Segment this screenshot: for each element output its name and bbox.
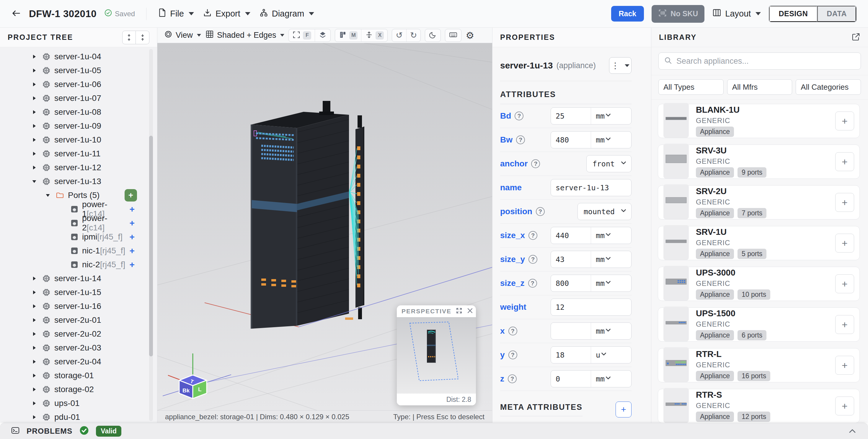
tree-item-storage-01[interactable]: storage-01	[0, 369, 157, 382]
chevron-collapsed-icon[interactable]	[31, 303, 38, 309]
add-appliance-button[interactable]: +	[835, 234, 854, 252]
add-appliance-button[interactable]: +	[835, 397, 854, 415]
tree-item-server-1u-08[interactable]: server-1u-08	[0, 105, 157, 119]
export-menu[interactable]: Export	[203, 8, 250, 20]
perspective-view[interactable]	[397, 317, 476, 394]
tree-item-server-1u-11[interactable]: server-1u-11	[0, 147, 157, 161]
tab-data[interactable]: DATA	[817, 6, 856, 22]
tree-item-server-1u-07[interactable]: server-1u-07	[0, 91, 157, 105]
viewport-settings-button[interactable]: ⚙	[466, 31, 474, 40]
help-icon[interactable]: ?	[508, 374, 517, 383]
prop-select-anchor[interactable]: front	[586, 155, 631, 172]
chevron-collapsed-icon[interactable]	[31, 151, 38, 157]
frame-selection-button[interactable]: F	[289, 29, 315, 42]
prop-unit-z[interactable]: mm	[591, 371, 631, 387]
help-icon[interactable]: ?	[528, 231, 537, 240]
tree-port-ipmi[interactable]: ipmi[rj45_f] +	[0, 230, 157, 244]
tree-port-power-2[interactable]: power-2[c14] +	[0, 216, 157, 230]
help-icon[interactable]: ?	[508, 350, 517, 359]
chevron-collapsed-icon[interactable]	[31, 386, 38, 393]
chevron-collapsed-icon[interactable]	[31, 123, 38, 129]
tree-port-power-1[interactable]: power-1[c14] +	[0, 202, 157, 216]
tree-item-server-2u-04[interactable]: server-2u-04	[0, 354, 157, 369]
help-icon[interactable]: ?	[528, 279, 537, 288]
rotate-ccw-button[interactable]: ↺	[392, 29, 406, 42]
prop-unit-size_x[interactable]: mm	[591, 227, 631, 244]
measure-button[interactable]: M	[335, 29, 361, 42]
axis-constrain-button[interactable]: X	[361, 29, 388, 42]
chevron-collapsed-icon[interactable]	[31, 95, 38, 101]
prop-value-y[interactable]: 18	[551, 347, 591, 363]
help-icon[interactable]: ?	[516, 135, 525, 144]
prop-value-z[interactable]: 0	[551, 371, 591, 387]
tree-item-server-2u-03[interactable]: server-2u-03	[0, 341, 157, 354]
add-appliance-button[interactable]: +	[835, 315, 854, 334]
dark-mode-button[interactable]	[425, 29, 440, 42]
chevron-collapsed-icon[interactable]	[31, 54, 38, 60]
prop-input-weight[interactable]: 12	[551, 299, 631, 316]
tree-item-server-1u-15[interactable]: server-1u-15	[0, 285, 157, 299]
rack-button[interactable]: Rack	[611, 6, 644, 22]
diagram-menu[interactable]: Diagram	[259, 8, 314, 20]
chevron-collapsed-icon[interactable]	[31, 331, 38, 337]
prop-value-Bd[interactable]: 25	[551, 108, 591, 124]
library-card-srv-2u[interactable]: SRV-2U GENERIC Appliance7 ports +	[658, 185, 860, 220]
filter-all-mfrs[interactable]: All Mfrs	[727, 79, 793, 95]
layout-menu-button[interactable]: Layout	[712, 8, 761, 20]
prop-value-size_z[interactable]: 800	[551, 275, 591, 292]
help-icon[interactable]: ?	[531, 159, 540, 168]
tree-item-ups-01[interactable]: ups-01	[0, 396, 157, 410]
tree-item-server-1u-06[interactable]: server-1u-06	[0, 77, 157, 91]
chevron-collapsed-icon[interactable]	[31, 165, 38, 171]
chevron-collapsed-icon[interactable]	[31, 317, 38, 323]
library-card-srv-3u[interactable]: SRV-3U GENERIC Appliance9 ports +	[658, 144, 860, 179]
library-card-ups-3000[interactable]: UPS-3000 GENERIC Appliance10 ports +	[658, 267, 860, 301]
tree-item-server-1u-12[interactable]: server-1u-12	[0, 161, 157, 174]
prop-value-Bw[interactable]: 480	[551, 132, 591, 148]
library-card-srv-1u[interactable]: SRV-1U GENERIC Appliance5 ports +	[658, 226, 860, 260]
library-card-rtr-s[interactable]: RTR-S GENERIC Appliance12 ports +	[658, 389, 860, 423]
filter-all-types[interactable]: All Types	[658, 79, 724, 95]
chevron-up-icon[interactable]	[847, 426, 857, 436]
help-icon[interactable]: ?	[508, 327, 517, 335]
library-card-rtr-l[interactable]: RTR-L GENERIC Appliance16 ports +	[658, 348, 860, 382]
expand-icon[interactable]	[456, 307, 463, 315]
prop-select-position[interactable]: mounted	[578, 203, 631, 220]
chevron-collapsed-icon[interactable]	[31, 137, 38, 143]
add-appliance-button[interactable]: +	[835, 274, 854, 293]
tree-item-server-1u-13[interactable]: server-1u-13	[0, 174, 157, 188]
chevron-collapsed-icon[interactable]	[31, 400, 38, 406]
viewport-3d[interactable]: View Shaded + Edges F	[157, 28, 492, 423]
chevron-collapsed-icon[interactable]	[31, 276, 38, 281]
view-menu[interactable]: View	[164, 30, 201, 41]
back-button[interactable]	[11, 8, 21, 19]
no-sku-button[interactable]: No SKU	[652, 5, 705, 23]
tree-item-storage-02[interactable]: storage-02	[0, 382, 157, 396]
library-card-blank-1u[interactable]: BLANK-1U GENERIC Appliance +	[658, 104, 860, 138]
tab-design[interactable]: DESIGN	[769, 6, 817, 22]
prop-unit-y[interactable]: u	[591, 347, 631, 363]
help-icon[interactable]: ?	[528, 255, 537, 264]
tree-scrollbar-thumb[interactable]	[149, 136, 153, 357]
prop-unit-Bw[interactable]: mm	[591, 132, 631, 148]
add-appliance-button[interactable]: +	[835, 356, 854, 375]
add-appliance-button[interactable]: +	[835, 111, 854, 130]
chevron-collapsed-icon[interactable]	[31, 359, 38, 365]
chevron-collapsed-icon[interactable]	[31, 81, 38, 87]
search-input[interactable]	[676, 57, 855, 66]
tree-port-nic-1[interactable]: nic-1[rj45_f] +	[0, 244, 157, 258]
shading-menu[interactable]: Shaded + Edges	[205, 30, 284, 41]
shortcuts-button[interactable]	[445, 29, 461, 42]
chevron-collapsed-icon[interactable]	[31, 414, 38, 420]
file-menu[interactable]: File	[158, 8, 194, 20]
tree-item-server-2u-01[interactable]: server-2u-01	[0, 313, 157, 327]
close-icon[interactable]	[467, 307, 473, 315]
chevron-expanded-icon[interactable]	[31, 178, 38, 184]
add-meta-attribute-button[interactable]: +	[616, 402, 631, 417]
prop-unit-size_z[interactable]: mm	[591, 275, 631, 292]
tree-item-server-2u-02[interactable]: server-2u-02	[0, 327, 157, 341]
chevron-collapsed-icon[interactable]	[31, 68, 38, 73]
layers-button[interactable]	[315, 29, 330, 42]
prop-value-size_x[interactable]: 440	[551, 227, 591, 244]
tree-item-server-1u-10[interactable]: server-1u-10	[0, 133, 157, 147]
